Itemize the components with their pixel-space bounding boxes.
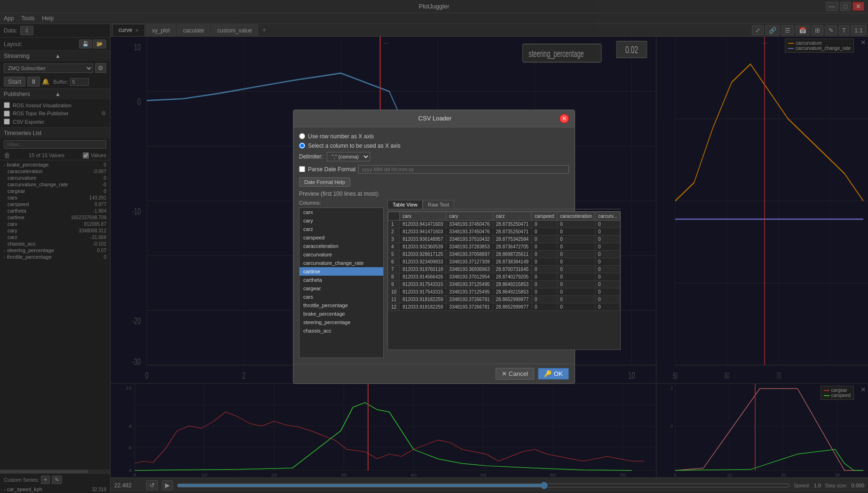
csv-loader-title: CSV Loader: [310, 115, 560, 122]
parse-date-checkbox[interactable]: [299, 166, 305, 172]
column-item[interactable]: steering_percentage: [300, 318, 383, 326]
th-carz[interactable]: carz: [493, 212, 532, 220]
column-item[interactable]: cars: [300, 293, 383, 301]
modal-overlay: CSV Loader ✕ Use row number as X axis Se…: [0, 0, 868, 493]
csv-ok-icon: 🔑: [544, 370, 552, 377]
table-header-row: carx cary carz carspeed caracceleration …: [388, 212, 620, 220]
column-item[interactable]: cartheta: [300, 276, 383, 284]
date-format-input[interactable]: [358, 165, 569, 174]
data-table-wrap[interactable]: carx cary carz carspeed caracceleration …: [387, 211, 621, 350]
csv-ok-btn[interactable]: 🔑 OK: [538, 368, 569, 380]
date-help-btn[interactable]: Date Format Help: [299, 177, 350, 187]
table-row: 5812033.9286171253348193.3705889728.8698…: [388, 250, 620, 258]
th-rownum: [388, 212, 400, 220]
csv-loader-close-btn[interactable]: ✕: [560, 114, 569, 123]
column-item[interactable]: cary: [300, 216, 383, 225]
columns-list: carxcarycarzcarspeedcaraccelerationcarcu…: [299, 207, 384, 358]
parse-date-label: Parse Date Format: [308, 166, 355, 173]
csv-columns-pane: Columns: carxcarycarzcarspeedcaraccelera…: [299, 200, 384, 358]
column-item[interactable]: brake_percentage: [300, 310, 383, 318]
table-row: 12812033.9181822593348193.3726678128.865…: [388, 303, 620, 310]
column-item[interactable]: chassis_acc: [300, 326, 383, 335]
csv-cancel-label: Cancel: [509, 370, 529, 377]
view-tab-raw[interactable]: Raw Text: [423, 200, 454, 209]
column-item[interactable]: cartime: [300, 267, 383, 276]
delimiter-row: Delimiter: "," (comma): [299, 152, 569, 161]
csv-cancel-icon: ✕: [502, 370, 507, 377]
delimiter-label: Delimiter:: [299, 153, 323, 160]
date-row: Parse Date Format: [299, 165, 569, 174]
table-row: 7812033.9197601183348193.3693696328.8700…: [388, 265, 620, 273]
view-tabs: Table View Raw Text: [387, 200, 621, 209]
table-row: 2812033.9414716033348193.3745047628.8735…: [388, 228, 620, 235]
th-carspeed[interactable]: carspeed: [532, 212, 557, 220]
column-item[interactable]: carcurvature_change_rate: [300, 259, 383, 267]
csv-cancel-btn[interactable]: ✕ Cancel: [496, 368, 534, 380]
view-tab-table[interactable]: Table View: [387, 200, 423, 209]
radio-row-number-label: Use row number as X axis: [308, 133, 374, 140]
table-row: 10812033.9175433153348193.3712549528.864…: [388, 288, 620, 295]
th-carx[interactable]: carx: [400, 212, 446, 220]
column-item[interactable]: throttle_percentage: [300, 301, 383, 310]
column-item[interactable]: carspeed: [300, 233, 383, 242]
th-cary[interactable]: cary: [446, 212, 493, 220]
column-item[interactable]: carcurvature: [300, 250, 383, 259]
csv-footer: ✕ Cancel 🔑 OK: [293, 364, 575, 383]
delimiter-select[interactable]: "," (comma): [327, 152, 370, 161]
csv-right-pane: Table View Raw Text carx cary carz: [387, 200, 621, 358]
radio-row-2: Select a column to be used as X axis: [299, 143, 569, 149]
csv-two-pane: Columns: carxcarycarzcarspeedcaraccelera…: [299, 200, 569, 358]
csv-loader-body: Use row number as X axis Select a column…: [293, 127, 575, 364]
radio-row-1: Use row number as X axis: [299, 133, 569, 140]
columns-label: Columns:: [299, 200, 384, 206]
column-item[interactable]: carz: [300, 225, 383, 233]
csv-ok-label: OK: [554, 370, 563, 377]
table-row: 8812033.9145664263348193.3701295428.8740…: [388, 273, 620, 280]
column-item[interactable]: cargear: [300, 284, 383, 293]
column-item[interactable]: carx: [300, 208, 383, 216]
radio-row-number[interactable]: [299, 133, 305, 139]
table-row: 3812033.9361489573348193.3751043228.8775…: [388, 235, 620, 243]
table-row: 1812033.9414716033348193.3745047628.8735…: [388, 220, 620, 228]
radio-select-column-label: Select a column to be used as X axis: [308, 143, 401, 149]
th-carcurv[interactable]: carcurv...: [595, 212, 620, 220]
csv-loader-header: CSV Loader ✕: [293, 110, 575, 127]
table-body: 1812033.9414716033348193.3745047628.8735…: [388, 220, 620, 310]
csv-loader-dialog: CSV Loader ✕ Use row number as X axis Se…: [293, 110, 575, 384]
radio-select-column[interactable]: [299, 143, 305, 149]
table-row: 4812033.9323605393348193.3728385328.8736…: [388, 243, 620, 250]
column-item[interactable]: caracceleration: [300, 242, 383, 250]
table-row: 9812033.9175433153348193.3712549528.8649…: [388, 280, 620, 288]
table-row: 6812033.9234098333348193.3712730928.8738…: [388, 258, 620, 265]
preview-label: Preview (first 100 lines at most):: [299, 191, 569, 197]
th-caraccel[interactable]: caracceleration: [557, 212, 595, 220]
table-row: 11812033.9181822593348193.3726678128.865…: [388, 295, 620, 303]
data-table: carx cary carz carspeed caracceleration …: [388, 212, 620, 311]
